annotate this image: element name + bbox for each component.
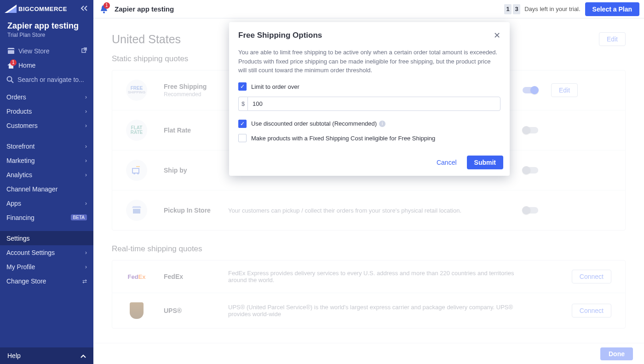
discounted-checkbox[interactable]: ✓: [238, 120, 247, 128]
sidebar-search[interactable]: Search or navigate to...: [0, 72, 93, 87]
sidebar-channel-manager[interactable]: Channel Manager: [0, 182, 93, 196]
info-icon[interactable]: i: [379, 121, 385, 127]
sidebar-apps[interactable]: Apps›: [0, 196, 93, 210]
store-icon: [6, 48, 16, 54]
chevron-right-icon: ›: [85, 94, 87, 100]
modal-title: Free Shipping Options: [238, 31, 322, 40]
limit-label: Limit to order over: [251, 82, 299, 92]
sidebar-home[interactable]: 1 Home: [0, 58, 93, 72]
notifications-bell[interactable]: 1: [99, 4, 109, 14]
sidebar-analytics[interactable]: Analytics›: [0, 168, 93, 182]
sidebar: BIGCOMMERCE Zapier app testing Trial Pla…: [0, 0, 93, 364]
sidebar-help[interactable]: Help: [0, 347, 93, 364]
fixed-cost-checkbox[interactable]: [238, 134, 247, 142]
chevron-right-icon: ›: [85, 108, 87, 115]
sidebar-customers[interactable]: Customers›: [0, 118, 93, 133]
svg-point-5: [103, 12, 105, 13]
limit-checkbox[interactable]: ✓: [238, 82, 247, 91]
sidebar-financing[interactable]: FinancingBETA: [0, 210, 93, 225]
chevron-right-icon: ›: [85, 157, 87, 164]
search-icon: [6, 76, 14, 83]
free-shipping-modal: Free Shipping Options ✕ You are able to …: [229, 22, 510, 176]
home-icon: 1: [6, 62, 16, 69]
brand-logo: BIGCOMMERCE: [5, 5, 67, 13]
limit-amount-input[interactable]: [247, 97, 500, 111]
sidebar-marketing[interactable]: Marketing›: [0, 153, 93, 168]
submit-button[interactable]: Submit: [467, 156, 503, 169]
trial-days: 1 3 Days left in your trial.: [504, 4, 580, 14]
store-plan: Trial Plan Store: [7, 32, 86, 38]
close-icon[interactable]: ✕: [494, 30, 500, 40]
sidebar-products[interactable]: Products›: [0, 104, 93, 118]
svg-rect-2: [8, 50, 14, 54]
swap-icon: ⇄: [82, 278, 87, 284]
chevron-right-icon: ›: [85, 200, 87, 207]
external-icon: [81, 47, 87, 54]
discounted-label: Use discounted order subtotal (Recommend…: [251, 119, 377, 128]
sidebar-account-settings[interactable]: Account Settings›: [0, 245, 93, 260]
cancel-button[interactable]: Cancel: [433, 156, 460, 169]
currency-prefix: $: [238, 97, 247, 111]
beta-badge: BETA: [71, 214, 87, 220]
sidebar-settings[interactable]: Settings: [0, 231, 93, 245]
modal-description: You are able to limit free shipping to b…: [238, 48, 500, 75]
collapse-sidebar-icon[interactable]: [80, 5, 88, 13]
sidebar-storefront[interactable]: Storefront›: [0, 139, 93, 153]
sidebar-orders[interactable]: Orders›: [0, 90, 93, 104]
chevron-up-icon: [80, 352, 86, 359]
chevron-right-icon: ›: [85, 249, 87, 256]
svg-point-4: [7, 77, 12, 81]
store-block: Zapier app testing Trial Plan Store: [0, 17, 93, 44]
chevron-right-icon: ›: [85, 264, 87, 270]
select-plan-button[interactable]: Select a Plan: [585, 2, 639, 16]
chevron-right-icon: ›: [85, 143, 87, 150]
store-title: Zapier app testing: [115, 5, 174, 13]
brand-text: BIGCOMMERCE: [18, 6, 67, 12]
sidebar-view-store[interactable]: View Store: [0, 44, 93, 58]
sidebar-change-store[interactable]: Change Store⇄: [0, 274, 93, 288]
topbar: 1 Zapier app testing 1 3 Days left in yo…: [93, 0, 644, 18]
store-name: Zapier app testing: [7, 21, 86, 31]
chevron-right-icon: ›: [85, 122, 87, 129]
sidebar-my-profile[interactable]: My Profile›: [0, 260, 93, 274]
fixed-cost-label: Make products with a Fixed Shipping Cost…: [251, 134, 435, 143]
chevron-right-icon: ›: [85, 172, 87, 178]
